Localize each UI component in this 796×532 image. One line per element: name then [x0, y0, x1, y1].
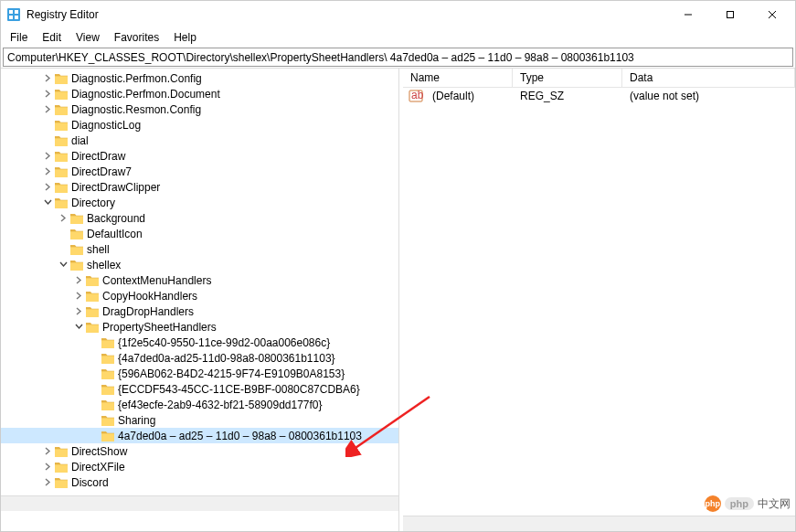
tree-pane[interactable]: Diagnostic.Perfmon.ConfigDiagnostic.Perf…: [1, 69, 399, 531]
string-value-icon: [409, 89, 423, 103]
tree-item-label: {1f2e5c40-9550-11ce-99d2-00aa006e086c}: [118, 336, 330, 349]
tree-item-label: DirectShow: [71, 445, 127, 458]
folder-icon: [101, 336, 115, 349]
col-header-type[interactable]: Type: [513, 69, 622, 87]
chevron-right-icon[interactable]: [41, 167, 54, 176]
folder-icon: [101, 352, 115, 365]
tree-item[interactable]: Diagnostic.Resmon.Config: [1, 101, 398, 117]
tree-item[interactable]: DirectShow: [1, 443, 398, 459]
col-header-name[interactable]: Name: [403, 69, 513, 87]
tree-item[interactable]: dial: [1, 133, 398, 148]
value-row[interactable]: (Default)REG_SZ(value not set): [403, 88, 795, 104]
chevron-right-icon[interactable]: [57, 214, 69, 222]
chevron-down-icon[interactable]: [57, 261, 69, 269]
folder-icon: [101, 414, 115, 427]
tree-item[interactable]: Diagnostic.Perfmon.Config: [1, 70, 398, 86]
tree-item[interactable]: PropertySheetHandlers: [1, 319, 398, 335]
window-title: Registry Editor: [27, 8, 667, 21]
tree-item[interactable]: DirectDrawClipper: [1, 179, 398, 195]
tree-item[interactable]: {1f2e5c40-9550-11ce-99d2-00aa006e086c}: [1, 335, 398, 350]
tree-item[interactable]: ContextMenuHandlers: [1, 272, 398, 288]
tree-item[interactable]: DiagnosticLog: [1, 117, 398, 133]
folder-icon: [54, 134, 69, 147]
tree-item-label: 4a7ded0a – ad25 – 11d0 – 98a8 – 0800361b…: [118, 430, 362, 442]
menu-file[interactable]: File: [3, 29, 35, 46]
chevron-down-icon[interactable]: [72, 323, 85, 331]
chevron-right-icon[interactable]: [41, 152, 54, 160]
tree-item-label: shell: [87, 243, 110, 256]
tree-item[interactable]: {ECCDF543-45CC-11CE-B9BF-0080C87CDBA6}: [1, 381, 398, 397]
chevron-right-icon[interactable]: [41, 447, 54, 455]
tree-item[interactable]: 4a7ded0a – ad25 – 11d0 – 98a8 – 0800361b…: [1, 428, 398, 443]
values-header: Name Type Data: [403, 69, 795, 88]
tree-item[interactable]: DefaultIcon: [1, 226, 398, 241]
tree-item[interactable]: DirectDraw: [1, 148, 398, 164]
tree-item-label: {4a7ded0a-ad25-11d0-98a8-0800361b1103}: [118, 352, 335, 365]
chevron-right-icon[interactable]: [41, 478, 54, 486]
registry-tree[interactable]: Diagnostic.Perfmon.ConfigDiagnostic.Perf…: [1, 69, 398, 495]
tree-item-label: DefaultIcon: [87, 228, 143, 240]
chevron-right-icon[interactable]: [72, 292, 85, 300]
folder-icon: [101, 383, 115, 396]
tree-item[interactable]: DirectXFile: [1, 459, 398, 474]
tree-item[interactable]: DirectDraw7: [1, 164, 398, 179]
folder-icon: [85, 321, 100, 334]
chevron-right-icon[interactable]: [41, 105, 54, 113]
chevron-right-icon[interactable]: [41, 74, 54, 82]
tree-item[interactable]: Directory: [1, 195, 398, 210]
tree-item[interactable]: Sharing: [1, 412, 398, 428]
menu-view[interactable]: View: [69, 29, 107, 46]
menu-edit[interactable]: Edit: [35, 29, 69, 46]
tree-item-label: {ECCDF543-45CC-11CE-B9BF-0080C87CDBA6}: [118, 383, 360, 396]
tree-item-label: shellex: [87, 259, 121, 271]
chevron-right-icon[interactable]: [41, 90, 54, 98]
tree-item-label: CopyHookHandlers: [102, 290, 197, 303]
tree-item[interactable]: {4a7ded0a-ad25-11d0-98a8-0800361b1103}: [1, 350, 398, 366]
folder-icon: [85, 305, 100, 318]
folder-icon: [54, 72, 69, 85]
folder-icon: [101, 430, 115, 442]
tree-item-label: DirectDrawClipper: [71, 181, 160, 194]
chevron-down-icon[interactable]: [41, 198, 54, 207]
tree-item[interactable]: Diagnostic.Perfmon.Document: [1, 86, 398, 101]
tree-item[interactable]: {596AB062-B4D2-4215-9F74-E9109B0A8153}: [1, 366, 398, 381]
close-icon: [768, 10, 777, 19]
tree-item-label: DiagnosticLog: [71, 119, 141, 132]
folder-icon: [69, 259, 84, 271]
chevron-right-icon[interactable]: [72, 307, 85, 315]
maximize-button[interactable]: [709, 1, 751, 28]
folder-icon: [54, 88, 69, 101]
tree-item-label: ContextMenuHandlers: [102, 274, 211, 287]
tree-item[interactable]: Discord: [1, 474, 398, 490]
menu-favorites[interactable]: Favorites: [107, 29, 166, 46]
tree-item-label: PropertySheetHandlers: [102, 321, 217, 334]
values-list[interactable]: (Default)REG_SZ(value not set): [403, 88, 795, 516]
address-text: Computer\HKEY_CLASSES_ROOT\Directory\she…: [7, 51, 634, 64]
minimize-button[interactable]: [667, 1, 709, 28]
tree-item-label: Directory: [71, 197, 115, 209]
tree-item[interactable]: shellex: [1, 257, 398, 272]
tree-item[interactable]: shell: [1, 241, 398, 257]
chevron-right-icon[interactable]: [72, 276, 85, 284]
values-pane: Name Type Data (Default)REG_SZ(value not…: [403, 69, 795, 531]
col-header-data[interactable]: Data: [622, 69, 795, 87]
folder-icon: [69, 243, 84, 256]
tree-item[interactable]: CopyHookHandlers: [1, 288, 398, 303]
tree-horizontal-scrollbar[interactable]: [1, 495, 398, 511]
folder-icon: [54, 119, 69, 132]
chevron-right-icon[interactable]: [41, 463, 54, 471]
tree-item[interactable]: DragDropHandlers: [1, 303, 398, 319]
values-horizontal-scrollbar[interactable]: [403, 516, 795, 531]
tree-item-label: Diagnostic.Resmon.Config: [71, 103, 201, 116]
close-button[interactable]: [751, 1, 793, 28]
folder-icon: [101, 399, 115, 411]
menu-help[interactable]: Help: [166, 29, 204, 46]
maximize-icon: [726, 10, 735, 19]
chevron-right-icon[interactable]: [41, 183, 54, 191]
tree-item[interactable]: {ef43ecfe-2ab9-4632-bf21-58909dd177f0}: [1, 397, 398, 412]
address-bar[interactable]: Computer\HKEY_CLASSES_ROOT\Directory\she…: [3, 48, 793, 67]
tree-item[interactable]: Background: [1, 210, 398, 226]
folder-icon: [54, 181, 69, 194]
titlebar[interactable]: Registry Editor: [1, 1, 795, 28]
value-type: REG_SZ: [513, 90, 622, 102]
